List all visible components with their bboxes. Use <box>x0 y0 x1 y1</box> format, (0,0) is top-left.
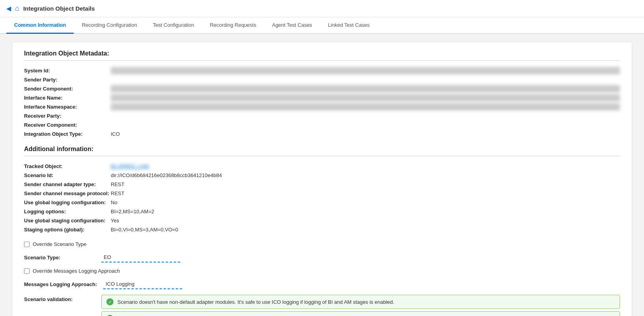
system-id-value: *** <box>111 67 620 74</box>
use-global-staging-value: Yes <box>111 217 620 224</box>
back-button[interactable]: ◀ <box>6 5 11 12</box>
sender-channel-adapter-label: Sender channel adapter type: <box>24 181 111 188</box>
home-icon[interactable]: ⌂ <box>15 4 19 13</box>
main-content: Integration Object Metadata: System Id: … <box>0 34 644 316</box>
additional-section-title: Additional information: <box>24 146 620 153</box>
logging-options-label: Logging options: <box>24 208 111 215</box>
receiver-party-value <box>111 112 620 120</box>
tab-bar: Common Information Recording Configurati… <box>0 17 644 34</box>
messages-logging-label: Messages Logging Approach: <box>24 281 97 287</box>
override-messages-row: Override Messages Logging Approach <box>24 268 620 274</box>
content-card: Integration Object Metadata: System Id: … <box>12 42 632 316</box>
divider-1 <box>24 60 620 61</box>
scenario-id-value: dir://ICO/d6b684216e02368b8ccb3641210e4b… <box>111 172 620 179</box>
messages-logging-row: Messages Logging Approach: <box>24 279 620 289</box>
tab-common-information[interactable]: Common Information <box>6 17 74 34</box>
top-bar: ◀ ⌂ Integration Object Details <box>0 0 644 17</box>
page-title: Integration Object Details <box>23 5 95 12</box>
override-messages-checkbox[interactable] <box>24 268 30 274</box>
divider-2 <box>24 156 620 156</box>
sender-component-label: Sender Component: <box>24 85 111 92</box>
scenario-validation-section: Scenario validation: ✓ Scenario doesn't … <box>24 295 620 316</box>
validation-item-2: ✓ Scenario type is detected as EO. <box>101 311 620 316</box>
validation-items: ✓ Scenario doesn't have non-default adap… <box>101 295 620 316</box>
scenario-type-input[interactable] <box>101 253 180 262</box>
receiver-component-label: Receiver Component: <box>24 121 111 129</box>
override-scenario-label: Override Scenario Type <box>33 241 86 247</box>
use-global-staging-label: Use global staging configuration: <box>24 217 111 224</box>
validation-text-1: Scenario doesn't have non-default adapte… <box>117 299 394 305</box>
scenario-type-row: Scenario Type: <box>24 253 620 262</box>
tracked-object-value[interactable]: BLURRED_LINK <box>111 163 620 170</box>
messages-logging-input[interactable] <box>103 279 182 289</box>
sender-channel-adapter-value: REST <box>111 181 620 188</box>
metadata-section-title: Integration Object Metadata: <box>24 50 620 57</box>
receiver-component-value <box>111 121 620 129</box>
tracked-object-label: Tracked Object: <box>24 163 111 170</box>
sender-party-value <box>111 76 620 83</box>
scenario-validation-label: Scenario validation: <box>24 295 95 302</box>
sender-channel-protocol-value: REST <box>111 190 620 197</box>
interface-name-value: BLURRED_INTERFACE_NAME <box>111 94 620 102</box>
tab-recording-configuration[interactable]: Recording Configuration <box>74 17 145 34</box>
system-id-label: System Id: <box>24 67 111 74</box>
metadata-fields: System Id: *** Sender Party: Sender Comp… <box>24 67 620 138</box>
interface-name-label: Interface Name: <box>24 94 111 102</box>
scenario-type-label: Scenario Type: <box>24 255 95 261</box>
staging-options-value: BI=0,VI=0,MS=3,AM=0,VO=0 <box>111 226 620 233</box>
additional-fields: Tracked Object: BLURRED_LINK Scenario Id… <box>24 163 620 233</box>
validation-item-1: ✓ Scenario doesn't have non-default adap… <box>101 295 620 309</box>
interface-namespace-value: BLURRED_NS <box>111 103 620 111</box>
integration-object-type-value: ICO <box>111 130 620 138</box>
integration-object-type-label: Integration Object Type: <box>24 130 111 138</box>
sender-component-value: BLURRED <box>111 85 620 92</box>
tab-linked-test-cases[interactable]: Linked Test Cases <box>320 17 378 34</box>
check-icon-1: ✓ <box>106 298 114 305</box>
sender-party-label: Sender Party: <box>24 76 111 83</box>
use-global-logging-value: No <box>111 199 620 206</box>
staging-options-label: Staging options (global): <box>24 226 111 233</box>
use-global-logging-label: Use global logging configuration: <box>24 199 111 206</box>
override-messages-label: Override Messages Logging Approach <box>33 268 120 274</box>
override-scenario-row: Override Scenario Type <box>24 241 620 247</box>
tab-agent-test-cases[interactable]: Agent Test Cases <box>264 17 320 34</box>
logging-options-value: BI=2,MS=10,AM=2 <box>111 208 620 215</box>
scenario-id-label: Scenario Id: <box>24 172 111 179</box>
receiver-party-label: Receiver Party: <box>24 112 111 120</box>
sender-channel-protocol-label: Sender channel message protocol: <box>24 190 111 197</box>
tab-recording-requests[interactable]: Recording Requests <box>202 17 264 34</box>
override-scenario-checkbox[interactable] <box>24 242 30 247</box>
interface-namespace-label: Interface Namespace: <box>24 103 111 111</box>
tab-test-configuration[interactable]: Test Configuration <box>145 17 202 34</box>
